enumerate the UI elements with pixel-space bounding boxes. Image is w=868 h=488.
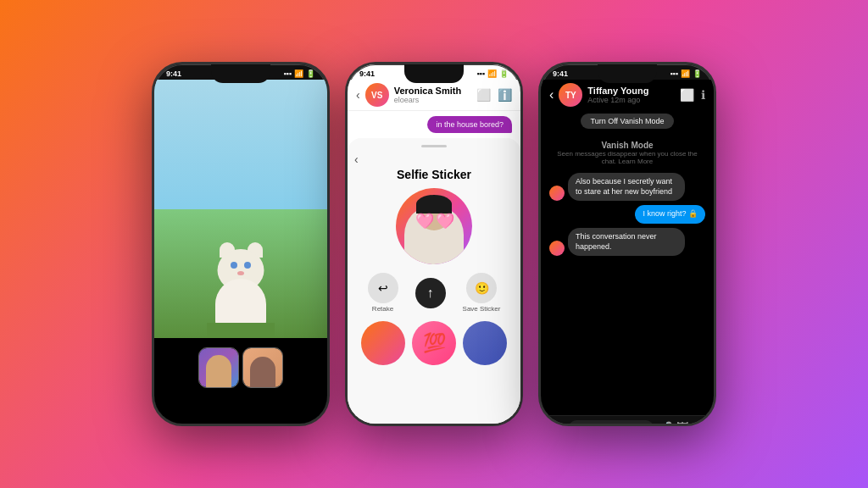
outgoing-message-2: in the house bored? [427,116,512,133]
phone1-content [154,80,327,426]
chat-header-2: ‹ VS Veronica Smith eloears ⬜ ℹ️ [348,80,520,111]
wifi-icon-3: 📶 [681,69,690,78]
lion-nose [237,271,244,275]
chat-header-3: ‹ TY Tiffany Young Active 12m ago ⬜ ℹ [541,80,714,110]
image-icon[interactable]: 🖼 [676,421,688,427]
signal-icon-3: ▪▪▪ [670,69,678,78]
selfie-hair [416,195,452,214]
message-bubble-2: I know right? 🔒 [635,205,705,224]
retake-label: Retake [372,305,393,313]
sticker-options-row: 💯 [361,321,507,365]
message-bubble-3: This conversation never happened. [568,228,685,256]
save-sticker-action[interactable]: 🙂 Save Sticker [463,273,501,313]
wifi-icon-2: 📶 [487,69,497,78]
turn-off-vanish-button[interactable]: Turn Off Vanish Mode [581,114,675,129]
contact-info-2: Veronica Smith eloears [394,86,471,104]
upload-action[interactable]: ↑ [415,278,446,308]
header-action-icons-3: ⬜ ℹ [680,88,705,102]
hundred-emoji: 💯 [423,332,446,354]
time-3: 9:41 [553,69,568,78]
mic-icon[interactable]: 🎤 [658,421,672,427]
info-icon-3[interactable]: ℹ [701,88,705,102]
retake-icon-circle: ↩ [368,273,398,303]
message-input-3[interactable]: Message... [569,420,654,427]
save-icon-circle: 🙂 [466,273,497,303]
contact-status-3: Active 12m ago [587,96,675,104]
sticker-option-1[interactable] [361,321,405,365]
retake-action[interactable]: ↩ Retake [368,273,398,313]
heart-eye-right: 🩷 [436,212,454,230]
message-row-1: Also because I secretly want to stare at… [549,173,705,201]
message-bubble-1: Also because I secretly want to stare at… [568,173,685,201]
video-icon-3[interactable]: ⬜ [680,88,694,102]
time-2: 9:41 [359,69,375,78]
vanish-info-title: Vanish Mode [549,141,705,150]
status-bar-3: 9:41 ▪▪▪ 📶 🔋 [541,64,714,80]
phone-2: 9:41 ▪▪▪ 📶 🔋 ‹ VS Veronica Smith eloears… [345,62,523,426]
main-camera-view [154,80,327,338]
battery-icon: 🔋 [306,69,315,78]
status-icons-2: ▪▪▪ 📶 🔋 [476,69,509,78]
thumb2-bg [243,348,282,387]
person-silhouette-1 [206,355,231,387]
back-icon-2[interactable]: ‹ [356,88,360,102]
status-icons-1: ▪▪▪ 📶 🔋 [283,69,315,78]
wifi-icon: 📶 [294,69,303,78]
phone-1: 9:41 ▪▪▪ 📶 🔋 [152,62,330,426]
chat-messages-3: Vanish Mode Seen messages disappear when… [541,132,714,415]
message-row-2: I know right? 🔒 [549,205,705,224]
lion-cub-image [207,245,275,338]
panel-back-button[interactable]: ‹ [354,152,359,166]
phone3-content: ‹ TY Tiffany Young Active 12m ago ⬜ ℹ Tu… [541,80,714,426]
selfie-sticker-preview: 🩷 🩷 [396,188,472,264]
header-action-icons-2: ⬜ ℹ️ [476,88,512,102]
thumbnail-1[interactable] [198,347,239,388]
info-icon[interactable]: ℹ️ [498,88,512,102]
chat-input-bar-3: 📷 Message... 🎤 🖼 🙂 [541,415,714,426]
contact-avatar-2: VS [365,83,389,107]
signal-icon-2: ▪▪▪ [476,69,485,78]
phone2-content: ‹ VS Veronica Smith eloears ⬜ ℹ️ in the … [348,80,520,426]
thumb1-bg [199,348,238,387]
vanish-mode-banner: Turn Off Vanish Mode [541,110,714,132]
lion-eye-right [244,262,251,269]
battery-icon-2: 🔋 [499,69,509,78]
camera-input-icon[interactable]: 📷 [548,419,565,426]
status-icons-3: ▪▪▪ 📶 🔋 [670,69,702,78]
video-call-icon[interactable]: ⬜ [476,88,491,102]
contact-avatar-3: TY [559,83,582,107]
message-row-3: This conversation never happened. [549,228,705,256]
facetime-thumbnails [198,347,283,388]
upload-icon-circle: ↑ [415,278,446,308]
ground-grass [207,323,275,338]
contact-info-3: Tiffany Young Active 12m ago [587,86,675,104]
battery-icon-3: 🔋 [693,69,702,78]
signal-icon: ▪▪▪ [283,69,292,78]
sticker-actions: ↩ Retake ↑ 🙂 Save Sticker [368,273,501,313]
phone-3: 9:41 ▪▪▪ 📶 🔋 ‹ TY Tiffany Young Active 1… [538,62,716,426]
sticker-option-3[interactable] [463,321,507,365]
sticker-icon[interactable]: 🙂 [693,421,707,427]
time-1: 9:41 [166,69,181,78]
save-label: Save Sticker [463,305,501,313]
sticker-option-2[interactable]: 💯 [412,321,456,365]
vanish-info-desc: Seen messages disappear when you close t… [549,150,705,165]
sender-avatar-1 [549,186,565,201]
panel-title: Selfie Sticker [397,168,471,181]
panel-handle [421,145,447,147]
lion-eye-left [231,262,237,269]
selfie-sticker-panel: ‹ Selfie Sticker 🩷 🩷 ↩ Retake ↑ 🙂 [348,138,520,426]
sender-avatar-3 [549,241,565,256]
person-silhouette-2 [250,357,275,387]
vanish-mode-info: Vanish Mode Seen messages disappear when… [549,141,705,165]
thumbnail-2[interactable] [242,347,283,388]
sky-bg [154,80,327,209]
status-bar-1: 9:41 ▪▪▪ 📶 🔋 [154,64,327,80]
contact-name-3: Tiffany Young [587,86,675,96]
status-bar-2: 9:41 ▪▪▪ 📶 🔋 [348,64,520,80]
contact-sub-2: eloears [394,96,471,104]
input-action-icons: 🎤 🖼 🙂 [658,421,707,427]
back-arrow-3[interactable]: ‹ [549,87,554,103]
contact-name-2: Veronica Smith [394,86,471,96]
heart-eye-left: 🩷 [415,212,434,230]
